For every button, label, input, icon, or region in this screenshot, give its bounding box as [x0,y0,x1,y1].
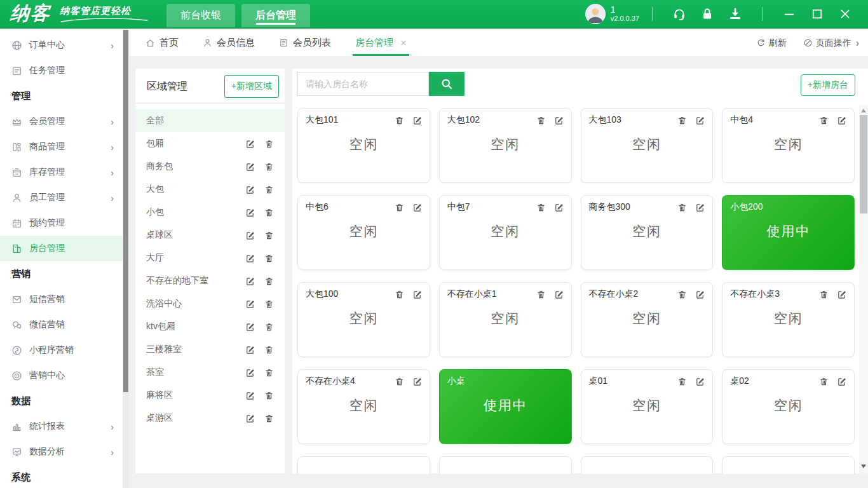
room-card[interactable] [722,456,855,474]
edit-icon[interactable] [554,203,564,212]
area-list-item[interactable]: 大厅 [135,247,285,269]
room-card[interactable]: 中包6 空闲 [297,195,430,270]
room-card[interactable] [297,456,430,474]
delete-icon[interactable] [264,299,274,309]
edit-icon[interactable] [245,139,255,149]
minimize-icon[interactable] [783,8,796,20]
room-card[interactable]: 大包100 空闲 [297,282,430,357]
room-card[interactable]: 不存在小桌1 空闲 [439,282,572,357]
header-nav-button[interactable]: 前台收银 [166,4,235,27]
edit-icon[interactable] [245,276,255,286]
delete-icon[interactable] [264,185,274,194]
tab[interactable]: 会员信息 [203,30,255,56]
edit-icon[interactable] [837,116,846,125]
edit-icon[interactable] [245,254,255,263]
edit-icon[interactable] [245,208,255,217]
room-card[interactable]: 桌02 空闲 [722,369,855,444]
edit-icon[interactable] [695,203,705,212]
delete-icon[interactable] [536,203,546,212]
delete-icon[interactable] [264,276,274,286]
room-card[interactable] [439,456,572,474]
room-card[interactable]: 桌01 空闲 [581,369,714,444]
delete-icon[interactable] [264,322,274,332]
sidebar-item[interactable]: 订单中心 › [0,32,123,58]
area-list-item[interactable]: 茶室 [135,361,285,384]
delete-icon[interactable] [264,162,274,172]
sidebar-scrollbar[interactable] [123,30,129,488]
sidebar-item[interactable]: 预约管理 [0,210,123,236]
maximize-icon[interactable] [811,8,824,20]
edit-icon[interactable] [695,290,705,299]
delete-icon[interactable] [264,231,274,240]
delete-icon[interactable] [819,377,829,386]
search-button[interactable] [429,72,465,96]
edit-icon[interactable] [695,377,705,386]
sidebar-item[interactable]: 房台管理 [0,236,123,261]
room-card[interactable] [581,456,714,474]
sidebar-item[interactable]: 小程序营销 [0,337,123,363]
edit-icon[interactable] [554,290,564,299]
edit-icon[interactable] [837,290,846,299]
header-nav-button[interactable]: 后台管理 [241,4,310,27]
sidebar-item[interactable]: 微信营销 [0,312,123,337]
delete-icon[interactable] [264,254,274,263]
area-list-item[interactable]: 三楼雅室 [135,338,285,361]
area-list-item[interactable]: 不存在的地下室 [135,269,285,292]
delete-icon[interactable] [536,116,546,125]
delete-icon[interactable] [677,203,687,212]
room-search-input[interactable] [297,72,429,96]
delete-icon[interactable] [264,139,274,149]
area-list-item[interactable]: 麻将区 [135,384,285,407]
room-card[interactable]: 大包102 空闲 [439,108,572,183]
sidebar-item[interactable]: 商品管理 › [0,134,123,159]
edit-icon[interactable] [245,368,255,377]
edit-icon[interactable] [412,116,422,125]
delete-icon[interactable] [264,208,274,217]
edit-icon[interactable] [695,116,705,125]
edit-icon[interactable] [837,377,846,386]
area-list-item[interactable]: 小包 [135,201,285,224]
sidebar-item[interactable]: 员工管理 › [0,185,123,210]
edit-icon[interactable] [412,290,422,299]
area-list-item[interactable]: 桌球区 [135,224,285,247]
edit-icon[interactable] [245,162,255,172]
add-area-button[interactable]: +新增区域 [224,75,279,98]
delete-icon[interactable] [819,116,829,125]
delete-icon[interactable] [264,368,274,377]
room-card[interactable]: 不存在小桌3 空闲 [722,282,855,357]
delete-icon[interactable] [536,290,546,299]
room-card[interactable]: 小桌 使用中 [439,369,572,444]
delete-icon[interactable] [395,116,404,125]
sidebar-item[interactable]: 任务管理 [0,58,123,83]
sidebar-scrollbar-thumb[interactable] [123,30,128,392]
add-room-button[interactable]: +新增房台 [801,74,855,96]
edit-icon[interactable] [245,299,255,309]
headset-icon[interactable] [672,7,686,21]
sidebar-item[interactable]: 数据 [0,388,123,414]
delete-icon[interactable] [264,391,274,400]
tab-close-icon[interactable]: × [400,37,407,50]
room-card[interactable]: 大包103 空闲 [581,108,714,183]
grid-scrollbar-thumb[interactable] [860,115,867,214]
area-list-item[interactable]: 桌游区 [135,407,285,430]
room-card[interactable]: 商务包300 空闲 [581,195,714,270]
lock-icon[interactable] [700,7,714,21]
tab-action[interactable]: 页面操作 › [803,37,859,49]
sidebar-item[interactable]: 库存管理 › [0,159,123,185]
room-card[interactable]: 中包4 空闲 [722,108,855,183]
edit-icon[interactable] [245,231,255,240]
delete-icon[interactable] [677,116,687,125]
edit-icon[interactable] [245,391,255,400]
tab[interactable]: 房台管理 × [355,30,407,56]
edit-icon[interactable] [245,185,255,194]
edit-icon[interactable] [245,322,255,332]
user-avatar[interactable] [585,4,606,24]
delete-icon[interactable] [395,290,404,299]
tab[interactable]: 会员列表 [279,30,331,56]
sidebar-item[interactable]: 系统 [0,464,123,488]
area-list-item[interactable]: 洗浴中心 [135,292,285,315]
sidebar-item[interactable]: 短信营销 [0,287,123,312]
sidebar-item[interactable]: 数据分析 › [0,439,123,464]
sidebar-item[interactable]: 统计报表 › [0,414,123,439]
edit-icon[interactable] [554,116,564,125]
